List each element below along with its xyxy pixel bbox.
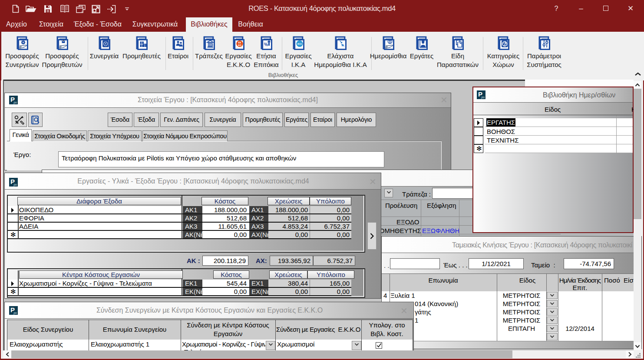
svg-text:ΙΚΑ: ΙΚΑ [297, 43, 302, 45]
svg-text:%: % [264, 42, 268, 47]
svg-text:ΚΟ: ΚΟ [238, 44, 242, 47]
